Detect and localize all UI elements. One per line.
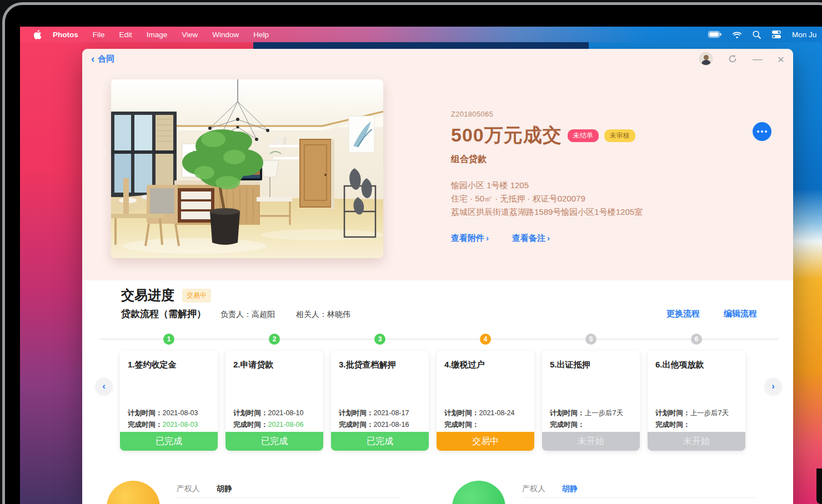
search-icon[interactable] (753, 31, 761, 39)
refresh-icon[interactable] (728, 54, 738, 64)
step-dot-5: 5 (585, 334, 597, 345)
chevron-right-icon: › (486, 233, 489, 243)
step-status-button[interactable]: 未开始 (648, 432, 745, 451)
owner-divider (522, 497, 755, 498)
more-options-button[interactable] (753, 122, 771, 141)
step-card-6[interactable]: 6.出他项放款 计划时间：上一步后7天 完成时间： 未开始 (648, 351, 745, 451)
step-status-button[interactable]: 已完成 (225, 432, 323, 451)
screen: Photos File Edit Image View Window Help (20, 27, 822, 504)
owner-role-label: 产权人 (177, 484, 200, 494)
listing-unit: 愉园小区 1号楼 1205 (451, 179, 762, 192)
menu-item-file[interactable]: File (86, 31, 112, 39)
menu-item-window[interactable]: Window (205, 31, 246, 39)
listing-specs: 住宅 · 50㎡ · 无抵押 · 权证号020079 (451, 192, 762, 205)
view-notes-link[interactable]: 查看备注› (512, 233, 550, 244)
deal-status-badge: 交易中 (182, 289, 211, 303)
owner-avatar[interactable] (107, 481, 160, 504)
step-card-2[interactable]: 2.申请贷款 计划时间：2021-08-10 完成时间：2021-08-06 已… (225, 351, 323, 451)
menu-item-edit[interactable]: Edit (112, 31, 139, 39)
device-bezel-corner (816, 468, 822, 504)
step-status-button[interactable]: 未开始 (542, 432, 640, 451)
step-card-1[interactable]: 1.签约收定金 计划时间：2021-08-03 完成时间：2021-08-03 … (120, 351, 218, 451)
steps-connector-line (100, 339, 779, 340)
step-card-4[interactable]: 4.缴税过户 计划时间：2021-08-24 完成时间： 交易中 (437, 351, 534, 451)
owner-divider (177, 497, 400, 498)
chevron-right-icon: › (547, 233, 550, 243)
step-title: 1.签约收定金 (120, 351, 218, 370)
planned-date: 上一步后7天 (585, 409, 623, 417)
flow-manager: 负责人：高超阳 (220, 310, 275, 320)
step-title: 2.申请贷款 (225, 351, 323, 370)
menubar-clock[interactable]: Mon Ju (792, 31, 822, 39)
wifi-icon[interactable] (732, 31, 742, 38)
minimize-icon[interactable]: — (753, 54, 763, 64)
planned-date: 2021-08-03 (163, 409, 198, 417)
planned-date: 2021-08-24 (479, 409, 515, 417)
step-status-button[interactable]: 已完成 (331, 432, 429, 451)
step-title: 5.出证抵押 (542, 351, 640, 370)
flow-name: 贷款流程（需解押） (121, 308, 206, 320)
completed-date: 2021-08-16 (374, 421, 409, 429)
step-title: 6.出他项放款 (648, 351, 745, 370)
loan-type: 组合贷款 (451, 154, 762, 165)
owner-name: 胡静 (217, 484, 232, 494)
back-chevron-icon: ‹ (91, 53, 94, 64)
planned-date: 2021-08-17 (374, 409, 409, 417)
back-button[interactable]: ‹ 合同 (91, 54, 114, 64)
planned-date: 上一步后7天 (690, 409, 729, 417)
edit-flow-link[interactable]: 编辑流程 (724, 309, 757, 319)
battery-icon[interactable] (708, 31, 721, 38)
menu-item-view[interactable]: View (174, 31, 205, 39)
apple-menu-icon[interactable] (33, 30, 42, 39)
status-badge-unsettled: 未结单 (568, 129, 599, 142)
owner-name-link[interactable]: 胡静 (562, 484, 578, 494)
step-dot-3: 3 (374, 334, 385, 345)
user-avatar[interactable] (699, 52, 713, 65)
step-dot-2: 2 (269, 334, 280, 345)
contract-detail-window: ‹ 合同 — × (82, 49, 793, 504)
step-dot-6: 6 (691, 334, 702, 345)
menu-bar: Photos File Edit Image View Window Help (20, 27, 822, 42)
flow-related-person: 相关人：林晓伟 (296, 310, 350, 320)
back-label: 合同 (98, 54, 114, 64)
carousel-next-button[interactable]: › (765, 378, 781, 395)
completed-date: 2021-08-06 (268, 421, 304, 429)
listing-title: 500万元成交 (451, 123, 562, 148)
step-title: 4.缴税过户 (437, 351, 534, 370)
swap-flow-link[interactable]: 更换流程 (666, 309, 700, 319)
step-status-button[interactable]: 已完成 (120, 432, 218, 451)
step-title: 3.批贷查档解押 (331, 351, 429, 370)
view-attachments-link[interactable]: 查看附件› (451, 233, 489, 244)
listing-address: 荔城区拱辰街道荔湖路1589号愉园小区1号楼1205室 (451, 205, 762, 219)
close-icon[interactable]: × (778, 53, 784, 65)
step-card-5[interactable]: 5.出证抵押 计划时间：上一步后7天 完成时间： 未开始 (542, 351, 640, 451)
status-badge-unreviewed: 未审核 (604, 129, 635, 142)
listing-header-panel: ‹ 合同 — × (82, 49, 793, 280)
menu-item-image[interactable]: Image (139, 31, 175, 39)
property-photo (111, 79, 383, 258)
carousel-prev-button[interactable]: ‹ (96, 378, 112, 395)
menu-item-help[interactable]: Help (246, 31, 276, 39)
owner-role-label: 产权人 (522, 484, 545, 494)
laptop-device: Photos File Edit Image View Window Help (0, 0, 822, 504)
step-status-button[interactable]: 交易中 (437, 432, 534, 451)
progress-section-title: 交易进度 (121, 286, 174, 304)
completed-date: 2021-08-03 (163, 421, 198, 429)
step-card-3[interactable]: 3.批贷查档解押 计划时间：2021-08-17 完成时间：2021-08-16… (331, 351, 429, 451)
planned-date: 2021-08-10 (268, 409, 304, 417)
menu-item-photos[interactable]: Photos (46, 31, 86, 39)
step-dot-1: 1 (163, 334, 174, 345)
listing-code: Z201805065 (451, 110, 762, 118)
owner-avatar[interactable] (452, 481, 505, 504)
step-dot-4: 4 (480, 334, 491, 345)
control-center-icon[interactable] (771, 30, 781, 39)
